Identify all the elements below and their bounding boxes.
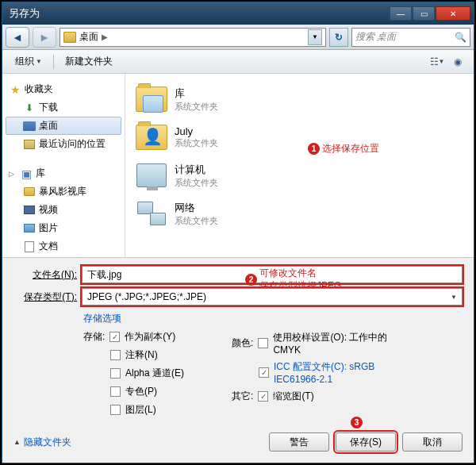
- expand-icon: ▷: [9, 170, 17, 178]
- main-area: ★收藏夹 ⬇下载 桌面 最近访问的位置 ▷▣库 暴风影视库 视频 图片 文档 库…: [2, 74, 474, 257]
- video-icon: [23, 204, 36, 217]
- icc-profile-link[interactable]: ICC 配置文件(C): sRGB IEC61966-2.1: [274, 360, 409, 385]
- search-placeholder: 搜索 桌面: [355, 30, 396, 44]
- save-as-dialog: 另存为 — ▭ ✕ ◄ ► 桌面 ▶ ▼ ↻ 搜索 桌面 🔍 组织▼ 新建文件夹…: [2, 2, 474, 463]
- back-arrow-icon: ◄: [12, 31, 23, 44]
- content-pane[interactable]: 库系统文件夹 July系统文件夹 计算机系统文件夹 网络系统文件夹 1选择保存位…: [125, 74, 474, 257]
- search-icon: 🔍: [455, 32, 466, 43]
- hide-folders-toggle[interactable]: ▲隐藏文件夹: [13, 436, 71, 449]
- picture-icon: [23, 222, 36, 235]
- library-folder-icon: [136, 86, 167, 112]
- organize-menu[interactable]: 组织▼: [9, 52, 48, 71]
- toolbar: 组织▼ 新建文件夹 ☷▼ ◉: [2, 50, 474, 74]
- notes-checkbox[interactable]: [110, 350, 121, 360]
- chevron-down-icon: ▼: [451, 294, 457, 301]
- folder-item-computer[interactable]: 计算机系统文件夹: [132, 156, 467, 194]
- filename-label: 文件名(N):: [13, 268, 77, 282]
- chevron-down-icon: ▼: [439, 58, 445, 65]
- sidebar-item-pictures[interactable]: 图片: [6, 219, 121, 237]
- computer-icon: [136, 163, 167, 187]
- minimize-button[interactable]: —: [390, 6, 412, 21]
- sidebar-item-documents[interactable]: 文档: [6, 237, 121, 256]
- footer: ▲隐藏文件夹 3 警告 保存(S) 取消: [2, 425, 474, 463]
- download-icon: ⬇: [23, 102, 36, 114]
- help-icon: ◉: [454, 56, 462, 67]
- window-title: 另存为: [6, 6, 390, 21]
- back-button[interactable]: ◄: [6, 27, 29, 48]
- document-icon: [23, 240, 36, 253]
- filetype-label: 保存类型(T):: [13, 290, 77, 304]
- refresh-icon: ↻: [335, 32, 343, 43]
- bottom-panel: 文件名(N): 2 可修改文件名 保存类型选择JPEG 保存类型(T): JPE…: [2, 257, 474, 425]
- path-breadcrumb[interactable]: 桌面 ▶ ▼: [60, 28, 326, 47]
- sidebar-item-downloads[interactable]: ⬇下载: [6, 98, 121, 117]
- cancel-button[interactable]: 取消: [402, 432, 463, 452]
- filename-input[interactable]: [82, 266, 463, 283]
- layers-checkbox[interactable]: [110, 405, 121, 415]
- spot-checkbox[interactable]: [110, 386, 121, 397]
- view-options-button[interactable]: ☷▼: [428, 53, 447, 71]
- path-dropdown-button[interactable]: ▼: [308, 29, 322, 45]
- separator: [53, 55, 54, 69]
- proof-checkbox[interactable]: [258, 338, 268, 348]
- sidebar-item-recent[interactable]: 最近访问的位置: [6, 135, 121, 153]
- as-copy-checkbox[interactable]: [109, 332, 120, 342]
- titlebar[interactable]: 另存为 — ▭ ✕: [2, 2, 474, 25]
- desktop-icon: [23, 120, 36, 133]
- close-button[interactable]: ✕: [436, 6, 470, 21]
- recent-icon: [23, 138, 36, 151]
- alpha-checkbox[interactable]: [110, 368, 121, 379]
- save-options-link[interactable]: 存储选项: [83, 312, 184, 325]
- folder-item-network[interactable]: 网络系统文件夹: [132, 194, 467, 232]
- folder-item-libraries[interactable]: 库系统文件夹: [132, 80, 467, 118]
- sidebar-libraries-header[interactable]: ▷▣库: [6, 164, 121, 183]
- help-button[interactable]: ◉: [448, 53, 467, 71]
- chevron-up-icon: ▲: [13, 438, 21, 446]
- color-label: 颜色:: [232, 336, 253, 350]
- maximize-button[interactable]: ▭: [413, 6, 435, 21]
- chevron-down-icon: ▼: [36, 58, 42, 65]
- star-icon: ★: [9, 83, 21, 96]
- view-icon: ☷: [430, 56, 439, 67]
- library-icon: ▣: [20, 167, 33, 180]
- search-input[interactable]: 搜索 桌面 🔍: [351, 28, 470, 47]
- folder-icon: [63, 32, 76, 43]
- forward-button: ►: [33, 27, 56, 48]
- sidebar: ★收藏夹 ⬇下载 桌面 最近访问的位置 ▷▣库 暴风影视库 视频 图片 文档: [2, 74, 125, 257]
- storage-label: 存储:: [83, 330, 105, 344]
- folder-icon: [23, 186, 36, 198]
- other-label: 其它:: [232, 390, 253, 403]
- window-controls: — ▭ ✕: [390, 6, 470, 21]
- nav-bar: ◄ ► 桌面 ▶ ▼ ↻ 搜索 桌面 🔍: [2, 25, 474, 50]
- save-button[interactable]: 保存(S): [336, 432, 396, 452]
- chevron-right-icon: ▶: [102, 33, 108, 41]
- icc-checkbox[interactable]: [259, 367, 269, 378]
- sidebar-item-desktop[interactable]: 桌面: [6, 117, 121, 135]
- user-folder-icon: [136, 125, 167, 150]
- folder-item-user[interactable]: July系统文件夹: [132, 118, 467, 156]
- new-folder-button[interactable]: 新建文件夹: [59, 52, 119, 71]
- path-segment[interactable]: 桌面: [79, 30, 98, 44]
- warning-button[interactable]: 警告: [269, 432, 329, 452]
- network-icon: [137, 202, 166, 225]
- refresh-button[interactable]: ↻: [329, 28, 348, 47]
- sidebar-item-videos[interactable]: 视频: [6, 201, 121, 219]
- filetype-select[interactable]: JPEG (*.JPG;*.JPEG;*.JPE) ▼: [82, 288, 463, 306]
- sidebar-favorites-header[interactable]: ★收藏夹: [6, 80, 121, 98]
- forward-arrow-icon: ►: [39, 31, 50, 44]
- thumbnail-checkbox[interactable]: [258, 391, 268, 402]
- sidebar-item-storm[interactable]: 暴风影视库: [6, 183, 121, 201]
